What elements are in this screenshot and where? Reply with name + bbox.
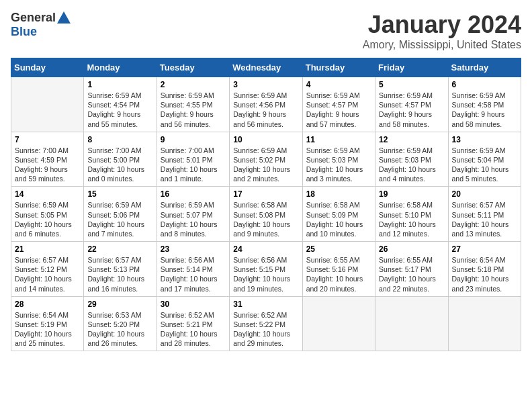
logo: General Blue <box>11 11 71 39</box>
calendar-cell: 30Sunrise: 6:52 AMSunset: 5:21 PMDayligh… <box>157 296 229 351</box>
calendar-cell: 19Sunrise: 6:58 AMSunset: 5:10 PMDayligh… <box>375 187 448 242</box>
calendar-cell: 23Sunrise: 6:56 AMSunset: 5:14 PMDayligh… <box>157 242 229 297</box>
day-number: 8 <box>87 135 152 144</box>
calendar-cell: 2Sunrise: 6:59 AMSunset: 4:55 PMDaylight… <box>157 77 229 132</box>
calendar-cell: 28Sunrise: 6:54 AMSunset: 5:19 PMDayligh… <box>11 296 84 351</box>
day-info: Sunrise: 6:59 AMSunset: 5:02 PMDaylight:… <box>233 146 298 184</box>
calendar-cell <box>11 77 84 132</box>
calendar-week-row: 1Sunrise: 6:59 AMSunset: 4:54 PMDaylight… <box>11 77 521 132</box>
calendar-cell: 22Sunrise: 6:57 AMSunset: 5:13 PMDayligh… <box>84 242 157 297</box>
day-number: 5 <box>379 80 444 89</box>
calendar-cell: 9Sunrise: 7:00 AMSunset: 5:01 PMDaylight… <box>157 132 229 187</box>
calendar-cell: 26Sunrise: 6:55 AMSunset: 5:17 PMDayligh… <box>375 242 448 297</box>
day-number: 12 <box>379 135 444 144</box>
day-info: Sunrise: 6:55 AMSunset: 5:17 PMDaylight:… <box>379 255 444 293</box>
calendar-cell: 25Sunrise: 6:55 AMSunset: 5:16 PMDayligh… <box>302 242 375 297</box>
day-info: Sunrise: 6:59 AMSunset: 4:55 PMDaylight:… <box>161 91 226 129</box>
calendar-cell: 20Sunrise: 6:57 AMSunset: 5:11 PMDayligh… <box>448 187 521 242</box>
day-number: 15 <box>87 189 152 199</box>
day-number: 24 <box>233 244 298 254</box>
day-number: 3 <box>233 80 298 89</box>
calendar-cell <box>375 296 448 351</box>
calendar-cell: 11Sunrise: 6:59 AMSunset: 5:03 PMDayligh… <box>302 132 375 187</box>
month-title: January 2024 <box>363 11 521 39</box>
calendar-cell: 18Sunrise: 6:58 AMSunset: 5:09 PMDayligh… <box>302 187 375 242</box>
calendar-cell: 31Sunrise: 6:52 AMSunset: 5:22 PMDayligh… <box>230 296 302 351</box>
day-number: 9 <box>161 135 226 144</box>
day-of-week-header: Monday <box>84 58 157 77</box>
day-info: Sunrise: 6:53 AMSunset: 5:20 PMDaylight:… <box>87 310 152 349</box>
day-info: Sunrise: 6:59 AMSunset: 5:07 PMDaylight:… <box>161 200 226 238</box>
day-number: 4 <box>306 80 371 89</box>
day-info: Sunrise: 6:54 AMSunset: 5:18 PMDaylight:… <box>452 255 517 293</box>
title-area: January 2024 Amory, Mississippi, United … <box>363 11 521 51</box>
day-info: Sunrise: 7:00 AMSunset: 4:59 PMDaylight:… <box>15 146 80 184</box>
calendar-cell: 8Sunrise: 7:00 AMSunset: 5:00 PMDaylight… <box>84 132 157 187</box>
day-info: Sunrise: 6:58 AMSunset: 5:08 PMDaylight:… <box>233 200 298 238</box>
day-number: 21 <box>15 244 80 254</box>
day-of-week-header: Thursday <box>302 58 375 77</box>
calendar-week-row: 14Sunrise: 6:59 AMSunset: 5:05 PMDayligh… <box>11 187 521 242</box>
calendar-table: SundayMondayTuesdayWednesdayThursdayFrid… <box>11 58 521 351</box>
day-number: 29 <box>87 300 152 309</box>
calendar-cell: 10Sunrise: 6:59 AMSunset: 5:02 PMDayligh… <box>230 132 302 187</box>
day-number: 27 <box>452 244 517 254</box>
calendar-cell: 21Sunrise: 6:57 AMSunset: 5:12 PMDayligh… <box>11 242 84 297</box>
calendar-cell: 27Sunrise: 6:54 AMSunset: 5:18 PMDayligh… <box>448 242 521 297</box>
calendar-week-row: 21Sunrise: 6:57 AMSunset: 5:12 PMDayligh… <box>11 242 521 297</box>
day-number: 20 <box>452 189 517 199</box>
calendar-cell: 7Sunrise: 7:00 AMSunset: 4:59 PMDaylight… <box>11 132 84 187</box>
calendar-cell: 29Sunrise: 6:53 AMSunset: 5:20 PMDayligh… <box>84 296 157 351</box>
day-number: 13 <box>452 135 517 144</box>
page-header: General Blue January 2024 Amory, Mississ… <box>11 11 521 51</box>
calendar-cell: 6Sunrise: 6:59 AMSunset: 4:58 PMDaylight… <box>448 77 521 132</box>
calendar-cell <box>448 296 521 351</box>
day-info: Sunrise: 6:56 AMSunset: 5:14 PMDaylight:… <box>161 255 226 293</box>
day-info: Sunrise: 7:00 AMSunset: 5:01 PMDaylight:… <box>161 146 226 184</box>
calendar-cell: 15Sunrise: 6:59 AMSunset: 5:06 PMDayligh… <box>84 187 157 242</box>
day-number: 19 <box>379 189 444 199</box>
day-number: 28 <box>15 300 80 309</box>
day-of-week-header: Friday <box>375 58 448 77</box>
day-number: 2 <box>161 80 226 89</box>
day-info: Sunrise: 6:59 AMSunset: 4:57 PMDaylight:… <box>306 91 371 129</box>
calendar-header-row: SundayMondayTuesdayWednesdayThursdayFrid… <box>11 58 521 77</box>
day-number: 1 <box>87 80 152 89</box>
day-number: 14 <box>15 189 80 199</box>
day-number: 11 <box>306 135 371 144</box>
day-number: 31 <box>233 300 298 309</box>
calendar-cell: 16Sunrise: 6:59 AMSunset: 5:07 PMDayligh… <box>157 187 229 242</box>
day-info: Sunrise: 6:52 AMSunset: 5:22 PMDaylight:… <box>233 310 298 349</box>
day-of-week-header: Sunday <box>11 58 84 77</box>
day-info: Sunrise: 6:59 AMSunset: 5:06 PMDaylight:… <box>87 200 152 238</box>
day-info: Sunrise: 6:55 AMSunset: 5:16 PMDaylight:… <box>306 255 371 293</box>
day-info: Sunrise: 6:59 AMSunset: 5:03 PMDaylight:… <box>306 146 371 184</box>
calendar-cell: 13Sunrise: 6:59 AMSunset: 5:04 PMDayligh… <box>448 132 521 187</box>
day-number: 10 <box>233 135 298 144</box>
day-info: Sunrise: 7:00 AMSunset: 5:00 PMDaylight:… <box>87 146 152 184</box>
day-info: Sunrise: 6:59 AMSunset: 4:54 PMDaylight:… <box>87 91 152 129</box>
day-number: 22 <box>87 244 152 254</box>
day-number: 6 <box>452 80 517 89</box>
calendar-cell: 4Sunrise: 6:59 AMSunset: 4:57 PMDaylight… <box>302 77 375 132</box>
calendar-cell: 1Sunrise: 6:59 AMSunset: 4:54 PMDaylight… <box>84 77 157 132</box>
day-number: 17 <box>233 189 298 199</box>
day-of-week-header: Wednesday <box>230 58 302 77</box>
calendar-cell: 24Sunrise: 6:56 AMSunset: 5:15 PMDayligh… <box>230 242 302 297</box>
logo-general-text: General <box>11 11 56 25</box>
logo-triangle-icon <box>57 11 71 24</box>
calendar-cell: 5Sunrise: 6:59 AMSunset: 4:57 PMDaylight… <box>375 77 448 132</box>
day-info: Sunrise: 6:57 AMSunset: 5:12 PMDaylight:… <box>15 255 80 293</box>
day-number: 7 <box>15 135 80 144</box>
day-info: Sunrise: 6:59 AMSunset: 5:04 PMDaylight:… <box>452 146 517 184</box>
day-info: Sunrise: 6:56 AMSunset: 5:15 PMDaylight:… <box>233 255 298 293</box>
day-of-week-header: Tuesday <box>157 58 229 77</box>
day-info: Sunrise: 6:54 AMSunset: 5:19 PMDaylight:… <box>15 310 80 349</box>
calendar-cell <box>302 296 375 351</box>
day-info: Sunrise: 6:58 AMSunset: 5:09 PMDaylight:… <box>306 200 371 238</box>
day-info: Sunrise: 6:59 AMSunset: 4:56 PMDaylight:… <box>233 91 298 129</box>
calendar-cell: 17Sunrise: 6:58 AMSunset: 5:08 PMDayligh… <box>230 187 302 242</box>
day-number: 18 <box>306 189 371 199</box>
calendar-week-row: 28Sunrise: 6:54 AMSunset: 5:19 PMDayligh… <box>11 296 521 351</box>
day-info: Sunrise: 6:58 AMSunset: 5:10 PMDaylight:… <box>379 200 444 238</box>
